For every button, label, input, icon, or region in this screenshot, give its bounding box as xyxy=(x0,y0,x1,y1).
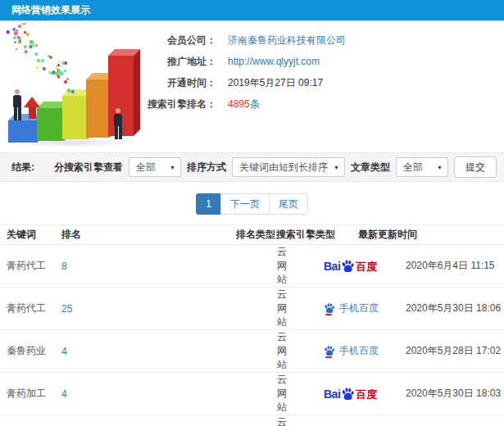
confetti-dot xyxy=(26,32,30,36)
updated-cell: 2020年5月30日 18:03 xyxy=(358,373,504,415)
open-time-label: 开通时间： xyxy=(146,76,216,90)
rank-type-cell: 云网站 xyxy=(236,415,276,426)
rank-cell[interactable]: 25 xyxy=(55,288,236,330)
engine-rank-label: 搜索引擎排名： xyxy=(146,97,216,111)
type-filter-label: 文章类型 xyxy=(351,161,390,174)
confetti-dot xyxy=(59,70,63,75)
businessman-figure-right xyxy=(111,108,125,139)
table-row: 膏药代工 25 云网站 手机百度 2020年5月30日 18:06 xyxy=(0,288,504,330)
rank-type-cell: 云网站 xyxy=(236,330,276,373)
businessman-figure-left xyxy=(11,89,24,120)
confetti-dot xyxy=(66,78,69,80)
engine-type-cell: Bai百度 xyxy=(276,373,358,415)
engine-rank-value: 4895条 xyxy=(228,97,260,111)
engine-filter-select[interactable]: 全部 ▼ xyxy=(129,157,181,177)
filter-bar: 结果: 分搜索引擎查看 全部 ▼ 排序方式 关键词由短到长排序 ▼ 文章类型 全… xyxy=(0,152,504,182)
table-row: 膏药加工 4 云网站 Bai百度 2020年5月30日 18:03 xyxy=(0,373,504,415)
decorative-growth-chart-image xyxy=(0,23,143,148)
submit-button[interactable]: 提交 xyxy=(454,156,497,178)
pagination: 1 下一页 尾页 xyxy=(0,182,504,224)
keyword-cell: 膏药代工 xyxy=(0,245,55,288)
updated-cell: 2020年5月30日 17:58 xyxy=(358,415,504,426)
open-time-row: 开通时间： 2019年5月27日 09:17 xyxy=(146,72,504,93)
member-company-link[interactable]: 济南秦鲁药业科技有限公司 xyxy=(228,34,346,48)
promo-url-link[interactable]: http://www.qlyyjt.com xyxy=(228,56,320,67)
updated-cell: 2020年5月28日 17:02 xyxy=(358,330,504,373)
confetti-dot xyxy=(35,44,38,47)
sort-filter-select[interactable]: 关键词由短到长排序 ▼ xyxy=(232,157,345,177)
column-header-updated: 最新更新时间 xyxy=(358,225,504,245)
rank-cell[interactable]: 8 xyxy=(55,245,236,288)
baidu-paw-icon xyxy=(341,259,355,273)
rank-type-cell: 云网站 xyxy=(236,288,276,330)
table-header-row: 关键词 排名 排名类型 搜索引擎类型 最新更新时间 xyxy=(0,225,504,245)
confetti-dot xyxy=(16,48,17,49)
confetti-dot xyxy=(12,36,16,39)
chevron-down-icon: ▼ xyxy=(170,159,175,177)
open-time-value: 2019年5月27日 09:17 xyxy=(228,76,323,90)
column-header-rank: 排名 xyxy=(55,225,236,245)
table-row: 膏药贴牌 1 云网站 Bai百度 2020年5月30日 17:58 xyxy=(0,415,504,426)
rank-type-cell: 云网站 xyxy=(236,245,276,288)
rank-cell[interactable]: 4 xyxy=(55,330,236,373)
sort-filter-value: 关键词由短到长排序 xyxy=(239,161,328,173)
type-filter-select[interactable]: 全部 ▼ xyxy=(396,157,448,177)
confetti-dot xyxy=(24,50,27,53)
chart-bar-lime xyxy=(62,96,88,139)
confetti-dot xyxy=(21,23,27,25)
baidu-pc-logo: Bai百度 xyxy=(324,387,377,400)
updated-cell: 2020年5月30日 18:06 xyxy=(358,288,504,330)
column-header-keyword: 关键词 xyxy=(0,225,55,245)
engine-rank-row: 搜索引擎排名： 4895条 xyxy=(146,93,504,115)
keyword-cell: 膏药贴牌 xyxy=(0,415,55,426)
next-page-button[interactable]: 下一页 xyxy=(220,193,270,215)
result-section-label: 结果: xyxy=(11,161,34,174)
engine-type-cell: 手机百度 xyxy=(276,330,358,373)
chart-bar-orange xyxy=(86,79,110,138)
chart-bar-blue xyxy=(8,120,37,143)
rank-count: 4895 xyxy=(228,98,250,110)
baidu-paw-icon xyxy=(324,302,335,314)
up-arrow-icon xyxy=(24,97,40,119)
type-filter-value: 全部 xyxy=(403,161,423,173)
engine-filter-label: 分搜索引擎查看 xyxy=(54,161,123,174)
table-row: 膏药代工 8 云网站 Bai百度 2020年6月4日 11:15 xyxy=(0,245,504,288)
promo-url-row: 推广地址： http://www.qlyyjt.com xyxy=(146,51,504,72)
baidu-mobile-logo: 手机百度 xyxy=(324,344,379,358)
confetti-dot xyxy=(14,40,17,43)
baidu-mobile-logo: 手机百度 xyxy=(324,301,379,315)
confetti-dot xyxy=(40,58,45,63)
info-section: 会员公司： 济南秦鲁药业科技有限公司 推广地址： http://www.qlyy… xyxy=(0,20,504,152)
rank-cell[interactable]: 1 xyxy=(55,415,236,426)
rank-cell[interactable]: 4 xyxy=(55,373,236,415)
confetti-dot xyxy=(24,31,26,34)
last-page-button[interactable]: 尾页 xyxy=(269,193,308,215)
rank-type-cell: 云网站 xyxy=(236,373,276,415)
keyword-ranking-table: 关键词 排名 排名类型 搜索引擎类型 最新更新时间 膏药代工 8 云网站 Bai… xyxy=(0,224,504,426)
page-number-current[interactable]: 1 xyxy=(196,193,221,215)
updated-cell: 2020年6月4日 11:15 xyxy=(358,245,504,288)
member-company-row: 会员公司： 济南秦鲁药业科技有限公司 xyxy=(146,29,504,51)
chart-bar-green xyxy=(37,108,64,141)
engine-filter-value: 全部 xyxy=(136,161,156,173)
confetti-dot xyxy=(42,66,46,70)
rank-unit: 条 xyxy=(250,98,260,110)
chevron-down-icon: ▼ xyxy=(437,159,443,177)
baidu-pc-logo: Bai百度 xyxy=(324,259,377,272)
page-title: 网络营销效果展示 xyxy=(11,4,90,16)
page-header: 网络营销效果展示 xyxy=(0,0,504,20)
engine-type-cell: 手机百度 xyxy=(276,288,358,330)
confetti-dot xyxy=(36,66,39,69)
promo-url-label: 推广地址： xyxy=(146,55,216,69)
engine-type-cell: Bai百度 xyxy=(276,415,358,426)
confetti-dot xyxy=(49,55,54,60)
confetti-dot xyxy=(31,44,34,48)
confetti-dot xyxy=(37,59,40,62)
confetti-dot xyxy=(34,52,38,56)
engine-type-cell: Bai百度 xyxy=(276,245,358,288)
sort-filter-label: 排序方式 xyxy=(187,161,226,174)
confetti-dot xyxy=(7,30,10,34)
filter-controls: 分搜索引擎查看 全部 ▼ 排序方式 关键词由短到长排序 ▼ 文章类型 全部 ▼ … xyxy=(54,156,497,178)
table-row: 秦鲁药业 4 云网站 手机百度 2020年5月28日 17:02 xyxy=(0,330,504,373)
confetti-dot xyxy=(64,70,66,72)
